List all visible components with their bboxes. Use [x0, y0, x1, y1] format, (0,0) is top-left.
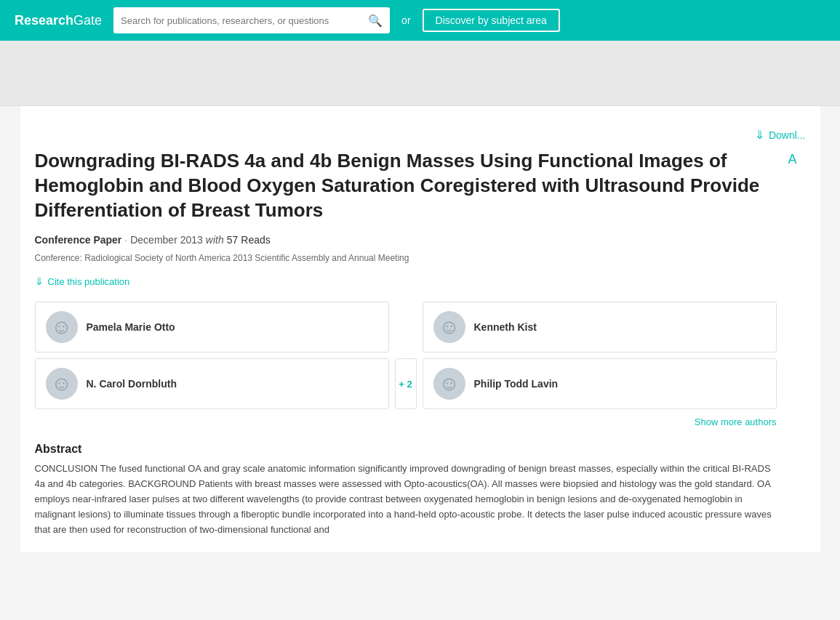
conference-label: Conference: Radiological Society of Nort… [35, 253, 409, 263]
avatar-1: ☺ [46, 311, 78, 343]
logo-research: Research [15, 13, 73, 28]
cite-link[interactable]: ⇓ Cite this publication [35, 275, 130, 287]
reads-count: 57 [227, 234, 239, 246]
author-name-3: N. Carol Dornbluth [87, 378, 177, 390]
discover-button[interactable]: Discover by subject area [423, 9, 560, 32]
download-icon: ⇓ [755, 128, 764, 142]
author-card-4[interactable]: ☺ Philip Todd Lavin [423, 358, 777, 409]
cite-label: Cite this publication [48, 276, 130, 287]
meta-dot: · [124, 234, 127, 246]
avatar-icon-2: ☺ [439, 317, 460, 337]
search-bar[interactable]: 🔍 [113, 7, 390, 33]
author-card-2[interactable]: ☺ Kenneth Kist [423, 302, 777, 353]
author-name-2: Kenneth Kist [474, 321, 537, 333]
text-size-icon[interactable]: A [788, 152, 797, 167]
paper-section: Downgrading BI-RADS 4a and 4b Benign Mas… [35, 149, 806, 537]
paper-title: Downgrading BI-RADS 4a and 4b Benign Mas… [35, 149, 777, 222]
cite-icon: ⇓ [35, 275, 44, 287]
author-name-1: Pamela Marie Otto [87, 321, 175, 333]
main-content: ⇓ Downl... Downgrading BI-RADS 4a and 4b… [20, 106, 820, 552]
author-card-3[interactable]: ☺ N. Carol Dornbluth [35, 358, 389, 409]
logo-gate: Gate [73, 13, 102, 28]
paper-meta: Conference Paper · December 2013 with 57… [35, 234, 777, 246]
search-icon: 🔍 [368, 14, 383, 28]
logo[interactable]: ResearchGate [15, 13, 102, 28]
avatar-4: ☺ [433, 368, 465, 400]
paper-type: Conference Paper [35, 234, 122, 246]
grid-spacer-1 [395, 302, 417, 353]
author-card-1[interactable]: ☺ Pamela Marie Otto [35, 302, 389, 353]
avatar-3: ☺ [46, 368, 78, 400]
avatar-icon-3: ☺ [51, 374, 72, 394]
abstract-text: CONCLUSION The fused functional OA and g… [35, 462, 777, 537]
top-navigation: ResearchGate 🔍 or Discover by subject ar… [0, 0, 840, 41]
show-more-authors-area: Show more authors [35, 415, 777, 428]
avatar-2: ☺ [433, 311, 465, 343]
abstract-title: Abstract [35, 443, 777, 456]
author-name-4: Philip Todd Lavin [474, 378, 559, 390]
plus-badge[interactable]: + 2 [395, 358, 417, 409]
reads-label: Reads [241, 234, 270, 246]
download-link[interactable]: ⇓ Downl... [755, 128, 806, 142]
conference-info: Conference: Radiological Society of Nort… [35, 251, 777, 265]
avatar-icon-4: ☺ [439, 374, 460, 394]
or-label: or [401, 15, 410, 26]
download-label: Downl... [769, 129, 806, 141]
paper-date: December 2013 [130, 234, 203, 246]
authors-grid: ☺ Pamela Marie Otto ☺ Kenneth Kist ☺ [35, 302, 777, 409]
show-more-authors-link[interactable]: Show more authors [695, 416, 777, 427]
abstract-section: Abstract CONCLUSION The fused functional… [35, 443, 777, 537]
paper-side: A [788, 149, 806, 537]
download-area: ⇓ Downl... [35, 121, 806, 149]
avatar-icon-1: ☺ [51, 317, 72, 337]
search-input[interactable] [121, 15, 362, 26]
paper-main: Downgrading BI-RADS 4a and 4b Benign Mas… [35, 149, 777, 537]
ad-banner [0, 41, 840, 106]
with-label: with [206, 234, 224, 246]
